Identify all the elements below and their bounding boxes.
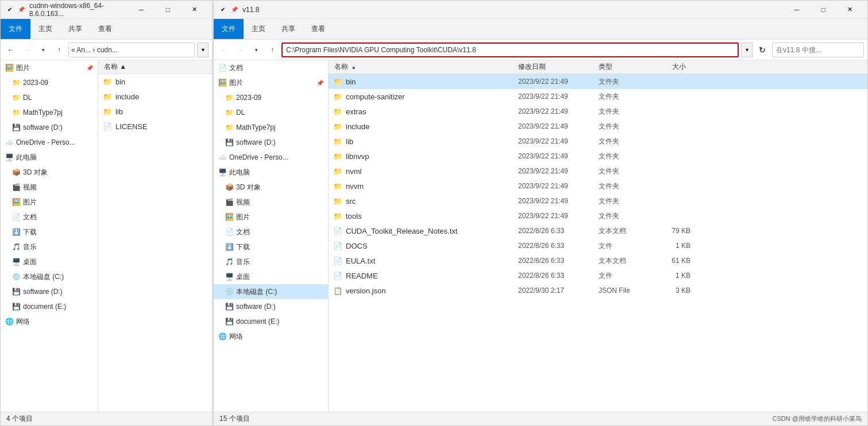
right-file-item[interactable]: 📋 version.json 2022/9/30 2:17 JSON File … — [329, 283, 867, 298]
left-nav-item[interactable]: 🖼️图片📌 — [1, 60, 98, 75]
left-back-button[interactable]: ← — [4, 43, 18, 57]
left-nav-item[interactable]: 💾software (D:) — [1, 120, 98, 135]
nav-icon: 💾 — [225, 317, 234, 326]
left-nav-item[interactable]: 📦3D 对象 — [1, 165, 98, 180]
right-sort-icon: ▲ — [351, 64, 356, 70]
right-nav-item[interactable]: 📄文档 — [214, 60, 328, 75]
left-nav-item[interactable]: 🌐网络 — [1, 314, 98, 329]
right-nav-item[interactable]: 🖼️图片📌 — [214, 75, 328, 90]
right-nav-item[interactable]: 🌐网络 — [214, 329, 328, 344]
left-up-button[interactable]: ↑ — [52, 43, 66, 57]
left-nav-item[interactable]: 📄文档 — [1, 210, 98, 224]
right-col-date[interactable]: 修改日期 — [516, 62, 596, 72]
right-file-item[interactable]: 📁 nvml 2023/9/22 21:49 文件夹 — [329, 164, 867, 179]
file-name: include — [346, 122, 518, 131]
left-nav-item[interactable]: 📁DL — [1, 90, 98, 105]
right-nav-item[interactable]: 📁MathType7pj — [214, 120, 328, 135]
right-address-bar[interactable] — [281, 42, 739, 57]
left-close-button[interactable]: ✕ — [181, 1, 207, 19]
right-nav-item[interactable]: 💾software (D:) — [214, 299, 328, 314]
right-nav-item[interactable]: 🎬视频 — [214, 195, 328, 210]
left-tab-file[interactable]: 文件 — [1, 19, 30, 39]
right-nav-item[interactable]: 🖼️图片 — [214, 210, 328, 224]
right-file-item[interactable]: 📁 bin 2023/9/22 21:49 文件夹 — [329, 74, 867, 89]
right-minimize-button[interactable]: ─ — [784, 1, 810, 19]
right-tab-home[interactable]: 主页 — [244, 19, 273, 39]
left-nav-item[interactable]: 🖼️图片 — [1, 195, 98, 210]
file-date: 2022/8/26 6:33 — [518, 242, 599, 250]
left-nav-item[interactable]: 🖥️此电脑 — [1, 150, 98, 165]
nav-label: 下载 — [23, 227, 37, 237]
left-file-item[interactable]: 📄LICENSE — [98, 119, 212, 134]
right-maximize-button[interactable]: □ — [810, 1, 836, 19]
pin-icon: 📌 — [317, 80, 323, 86]
right-address-dropdown[interactable]: ▾ — [741, 42, 753, 57]
left-nav-item[interactable]: 🎬视频 — [1, 180, 98, 195]
file-name: bin — [115, 78, 209, 86]
left-nav-item[interactable]: 📁MathType7pj — [1, 105, 98, 120]
right-col-size[interactable]: 大小 — [642, 62, 688, 72]
left-tab-home[interactable]: 主页 — [30, 19, 60, 39]
right-nav-item[interactable]: 📦3D 对象 — [214, 180, 328, 195]
right-tab-file[interactable]: 文件 — [214, 19, 244, 39]
right-nav-item[interactable]: ☁️OneDrive - Perso... — [214, 150, 328, 165]
right-nav-item[interactable]: 🖥️桌面 — [214, 269, 328, 284]
right-nav-item[interactable]: 📁2023-09 — [214, 90, 328, 105]
left-address-dropdown[interactable]: ▾ — [197, 42, 209, 57]
right-file-item[interactable]: 📄 DOCS 2022/8/26 6:33 文件 1 KB — [329, 238, 867, 253]
left-address-bar[interactable]: « An... › cudn... — [68, 42, 195, 57]
right-file-item[interactable]: 📁 compute-sanitizer 2023/9/22 21:49 文件夹 — [329, 89, 867, 104]
right-refresh-button[interactable]: ↻ — [755, 42, 770, 57]
right-nav-item[interactable]: 💾software (D:) — [214, 135, 328, 150]
left-nav-item[interactable]: 🎵音乐 — [1, 239, 98, 254]
right-file-item[interactable]: 📁 src 2023/9/22 21:49 文件夹 — [329, 193, 867, 208]
right-dropdown-button[interactable]: ▾ — [249, 43, 263, 57]
left-nav-item[interactable]: ⬇️下载 — [1, 224, 98, 239]
right-nav-item[interactable]: 🎵音乐 — [214, 254, 328, 269]
right-nav-item[interactable]: 💾document (E:) — [214, 314, 328, 329]
right-nav-item[interactable]: ⬇️下载 — [214, 239, 328, 254]
nav-label: 2023-09 — [236, 94, 261, 102]
right-nav-item[interactable]: 💿本地磁盘 (C:) — [214, 284, 328, 299]
right-col-name[interactable]: 名称 ▲ — [332, 62, 516, 72]
left-maximize-button[interactable]: □ — [155, 1, 181, 19]
left-file-item[interactable]: 📁bin — [98, 74, 212, 89]
left-nav-item[interactable]: 💿本地磁盘 (C:) — [1, 269, 98, 284]
left-nav-item[interactable]: 💾software (D:) — [1, 284, 98, 299]
right-nav-item[interactable]: 📄文档 — [214, 224, 328, 239]
nav-icon: ☁️ — [5, 138, 14, 146]
right-nav-item[interactable]: 📁DL — [214, 105, 328, 120]
left-tab-share[interactable]: 共享 — [60, 19, 90, 39]
right-file-item[interactable]: 📄 CUDA_Toolkit_Release_Notes.txt 2022/8/… — [329, 223, 867, 238]
right-close-button[interactable]: ✕ — [836, 1, 863, 19]
right-file-item[interactable]: 📁 libnvvp 2023/9/22 21:49 文件夹 — [329, 149, 867, 164]
left-nav-item[interactable]: ☁️OneDrive - Perso... — [1, 135, 98, 150]
right-nav-item[interactable]: 🖥️此电脑 — [214, 165, 328, 180]
right-tab-view[interactable]: 查看 — [303, 19, 333, 39]
left-dropdown-button[interactable]: ▾ — [36, 43, 50, 57]
left-nav-item[interactable]: 💾document (E:) — [1, 299, 98, 314]
left-file-item[interactable]: 📁lib — [98, 104, 212, 119]
right-file-item[interactable]: 📁 lib 2023/9/22 21:49 文件夹 — [329, 134, 867, 149]
left-nav-item[interactable]: 📁2023-09 — [1, 75, 98, 90]
left-file-item[interactable]: 📁include — [98, 89, 212, 104]
right-tab-share[interactable]: 共享 — [273, 19, 303, 39]
right-file-item[interactable]: 📁 include 2023/9/22 21:49 文件夹 — [329, 119, 867, 134]
right-file-item[interactable]: 📁 nvvm 2023/9/22 21:49 文件夹 — [329, 179, 867, 193]
right-search-input[interactable] — [772, 42, 864, 57]
left-minimize-button[interactable]: ─ — [128, 1, 155, 19]
right-col-type[interactable]: 类型 — [596, 62, 642, 72]
right-back-button: ← — [217, 43, 231, 57]
left-tab-view[interactable]: 查看 — [90, 19, 120, 39]
nav-icon: 📦 — [225, 183, 234, 191]
file-name: bin — [346, 78, 518, 86]
left-nav-item[interactable]: 🖥️桌面 — [1, 254, 98, 269]
right-file-item[interactable]: 📄 EULA.txt 2022/8/26 6:33 文本文档 61 KB — [329, 253, 867, 268]
right-file-item[interactable]: 📁 extras 2023/9/22 21:49 文件夹 — [329, 104, 867, 119]
left-col-name[interactable]: 名称 ▲ — [102, 62, 209, 72]
right-up-button[interactable]: ↑ — [265, 43, 279, 57]
file-date: 2023/9/22 21:49 — [518, 137, 599, 145]
right-file-item[interactable]: 📄 README 2022/8/26 6:33 文件 1 KB — [329, 268, 867, 283]
right-file-item[interactable]: 📁 tools 2023/9/22 21:49 文件夹 — [329, 208, 867, 223]
right-file-section: 名称 ▲ 修改日期 类型 大小 📁 bin 2023/9/22 21:49 文件… — [329, 60, 867, 412]
